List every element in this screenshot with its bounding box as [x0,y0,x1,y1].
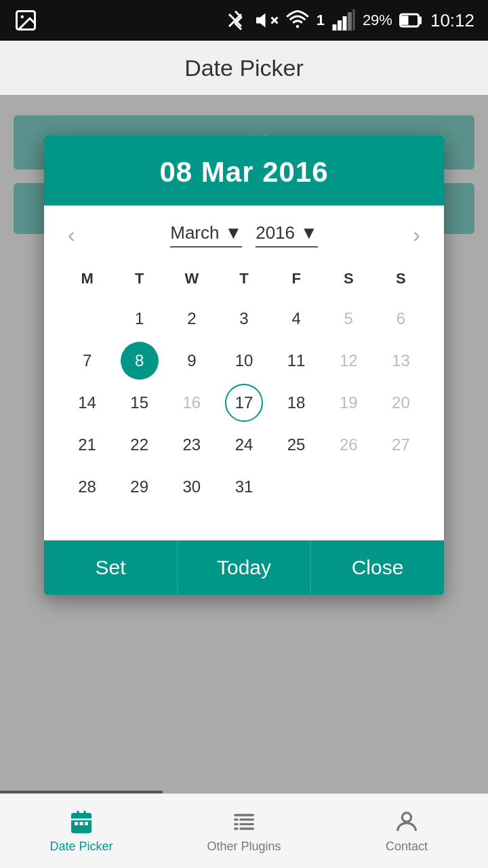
nav-item-contact[interactable]: Contact [325,794,488,868]
nav-label-other-plugins: Other Plugins [207,840,281,854]
dialog-overlay: 08 Mar 2016 ‹ March ▼ 2016 ▼ › [0,95,488,841]
battery-percent: 29% [363,12,392,29]
bottom-nav: Date Picker Other Plugins Contact [0,793,488,868]
day-header-wed: W [165,264,218,293]
app-title: Date Picker [184,55,304,81]
clock: 10:12 [430,10,474,31]
cal-day-15[interactable]: 15 [121,384,159,422]
year-selector[interactable]: 2016 ▼ [256,222,318,248]
today-button[interactable]: Today [178,540,311,595]
svg-rect-22 [234,823,239,825]
svg-rect-6 [338,20,342,31]
cal-day-6: 6 [382,300,420,338]
cal-day-3[interactable]: 3 [225,300,263,338]
calendar-icon [68,808,95,835]
cal-day-26: 26 [329,426,367,464]
cal-day-13: 13 [382,342,420,380]
next-month-arrow[interactable]: › [406,219,427,251]
svg-rect-7 [342,16,346,31]
svg-rect-14 [83,810,85,815]
cal-day-23[interactable]: 23 [173,426,211,464]
datepicker-body: ‹ March ▼ 2016 ▼ › M T W T [44,205,444,540]
cal-day-18[interactable]: 18 [277,384,315,422]
cal-day-21[interactable]: 21 [68,426,106,464]
cal-day-14[interactable]: 14 [68,384,106,422]
svg-rect-24 [234,827,239,829]
nav-item-other-plugins[interactable]: Other Plugins [163,794,325,868]
svg-point-26 [402,813,411,822]
month-selector[interactable]: March ▼ [170,222,242,248]
svg-rect-18 [85,822,88,825]
nav-label-date-picker: Date Picker [49,840,113,854]
status-bar: 1 29% 10:12 [0,0,488,41]
svg-point-4 [296,25,299,28]
cal-day-25[interactable]: 25 [277,426,315,464]
day-headers: M T W T F S S [61,264,427,293]
svg-rect-11 [401,16,409,25]
day-header-fri: F [270,264,323,293]
datepicker-dialog: 08 Mar 2016 ‹ March ▼ 2016 ▼ › [44,136,444,595]
cal-day-16: 16 [173,384,211,422]
cal-day-9[interactable]: 9 [173,342,211,380]
cal-day-10[interactable]: 10 [225,342,263,380]
status-icons [14,8,38,33]
svg-rect-15 [71,818,92,821]
datepicker-header: 08 Mar 2016 [44,136,444,205]
cal-day-1[interactable]: 1 [121,300,159,338]
day-header-thu: T [218,264,270,293]
cal-day-7[interactable]: 7 [68,342,106,380]
svg-point-1 [21,16,24,19]
day-header-sun: S [375,264,427,293]
cal-day-11[interactable]: 11 [277,342,315,380]
close-button[interactable]: Close [311,540,444,595]
cal-day-22[interactable]: 22 [121,426,159,464]
signal-icon [331,8,356,33]
svg-rect-20 [234,818,239,821]
cal-day-30[interactable]: 30 [173,468,211,506]
month-label: March [170,222,219,243]
cal-day-2[interactable]: 2 [173,300,211,338]
month-year-nav: ‹ March ▼ 2016 ▼ › [61,219,427,251]
cal-day-17[interactable]: 17 [225,384,263,422]
prev-month-arrow[interactable]: ‹ [61,219,82,251]
svg-rect-19 [234,814,254,816]
bluetooth-icon [223,8,247,33]
wifi-icon [285,8,310,33]
app-bar: Date Picker [0,41,488,95]
battery-icon [399,8,424,33]
cal-day-28[interactable]: 28 [68,468,106,506]
nav-label-contact: Contact [386,840,428,854]
year-label: 2016 [256,222,295,243]
cal-day-24[interactable]: 24 [225,426,263,464]
cal-day-31[interactable]: 31 [225,468,263,506]
svg-rect-21 [239,818,254,821]
cal-day-29[interactable]: 29 [121,468,159,506]
cal-day-5: 5 [329,300,367,338]
day-header-sat: S [323,264,375,293]
cal-day-20: 20 [382,384,420,422]
cal-day-27: 27 [382,426,420,464]
cal-day-19: 19 [329,384,367,422]
cal-day-4[interactable]: 4 [277,300,315,338]
svg-rect-9 [352,9,354,31]
contact-icon [393,808,420,835]
volume-mute-icon [254,8,279,33]
selected-date-display: 08 Mar 2016 [159,156,328,188]
set-button[interactable]: Set [44,540,178,595]
cal-day-12: 12 [329,342,367,380]
svg-rect-16 [75,822,78,825]
calendar-grid: 1 2 3 4 5 6 7 8 9 10 11 12 13 14 15 16 1… [61,300,427,506]
cal-day-8[interactable]: 8 [121,342,159,380]
svg-rect-13 [77,810,79,815]
month-year-selects: March ▼ 2016 ▼ [82,222,407,248]
nav-item-date-picker[interactable]: Date Picker [0,794,163,868]
sim-icon: 1 [317,12,325,29]
svg-rect-17 [80,822,83,825]
svg-rect-5 [332,24,336,31]
year-dropdown-arrow: ▼ [300,222,318,243]
month-dropdown-arrow: ▼ [224,222,242,243]
svg-rect-8 [348,12,352,31]
svg-rect-23 [239,823,254,825]
dialog-buttons: Set Today Close [44,540,444,595]
list-icon [230,808,258,835]
